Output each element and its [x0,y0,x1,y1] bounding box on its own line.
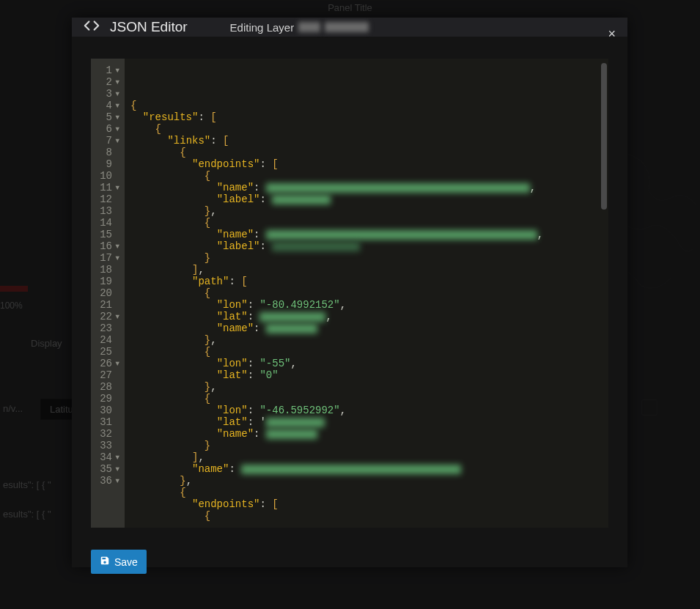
modal-subtitle-prefix: Editing Layer [230,21,295,34]
line-number: 5▾ [98,111,120,123]
close-button[interactable]: × [608,26,616,42]
redacted-value [272,195,331,204]
line-number: 34▾ [98,451,120,463]
line-number: 3▾ [98,88,120,100]
code-line[interactable]: "name": , [130,229,608,240]
line-number: 21 [98,299,120,311]
line-number: 30 [98,405,120,416]
scrollbar-thumb[interactable] [601,63,607,210]
line-number: 2▾ [98,76,120,88]
code-line[interactable]: { [130,487,608,498]
modal-title: JSON Editor [110,19,188,35]
code-line[interactable]: "lon": "-46.5952992", [130,405,608,416]
line-number: 20 [98,287,120,299]
line-number: 22▾ [98,311,120,322]
line-number: 33 [98,440,120,451]
line-number: 26▾ [98,358,120,369]
code-line[interactable]: "name": [130,322,608,334]
line-number: 4▾ [98,100,120,111]
code-line[interactable]: { [130,217,608,229]
code-icon [84,18,100,37]
line-number: 31 [98,416,120,428]
code-line[interactable]: { [130,287,608,299]
line-number: 10 [98,170,120,182]
line-number: 32 [98,428,120,440]
line-number: 29 [98,393,120,405]
code-editor[interactable]: 1▾2▾3▾4▾5▾6▾7▾891011▾1213141516▾17▾18192… [91,59,608,528]
line-number: 27 [98,369,120,381]
line-number: 23 [98,322,120,334]
code-line[interactable]: ], [130,264,608,276]
code-line[interactable]: } [130,252,608,264]
line-number: 8 [98,147,120,158]
code-line[interactable]: } [130,440,608,451]
code-line[interactable]: "lat": ' [130,416,608,428]
line-number: 11▾ [98,182,120,193]
redacted-value [266,230,537,240]
code-line[interactable]: { [130,123,608,135]
line-number: 25 [98,346,120,358]
line-number: 7▾ [98,135,120,147]
code-line[interactable]: { [130,170,608,182]
code-line[interactable]: "links": [ [130,135,608,147]
redacted-value [266,418,325,427]
redacted-value [266,324,317,333]
code-line[interactable]: "name": [130,463,608,475]
redacted-value [272,242,360,251]
code-line[interactable]: ], [130,451,608,463]
json-editor-modal: JSON Editor Editing Layer × 1▾2▾3▾4▾5▾6▾… [72,18,627,567]
modal-body: 1▾2▾3▾4▾5▾6▾7▾891011▾1213141516▾17▾18192… [72,37,627,538]
line-number: 16▾ [98,240,120,252]
line-number: 36▾ [98,475,120,487]
code-line[interactable]: "lat": , [130,311,608,322]
modal-footer: Save [72,538,627,593]
line-number: 15 [98,229,120,240]
code-line[interactable]: "name": , [130,182,608,193]
modal-header: JSON Editor Editing Layer × [72,18,627,37]
redacted-value [266,429,317,439]
line-number: 17▾ [98,252,120,264]
save-button-label: Save [114,556,138,568]
code-line[interactable]: { [130,147,608,158]
code-line[interactable]: "lat": "0" [130,369,608,381]
editor-gutter: 1▾2▾3▾4▾5▾6▾7▾891011▾1213141516▾17▾18192… [91,59,125,528]
save-icon [100,556,110,568]
redacted-value [259,312,325,322]
line-number: 18 [98,264,120,276]
line-number: 35▾ [98,463,120,475]
code-line[interactable]: { [130,510,608,522]
code-line[interactable]: "path": [ [130,276,608,287]
code-line[interactable]: "name": [130,428,608,440]
line-number: 19 [98,276,120,287]
editor-code[interactable]: { "results": [ { "links": [ { "endpoints… [125,59,608,528]
code-line[interactable]: "endpoints": [ [130,498,608,510]
line-number: 14 [98,217,120,229]
line-number: 9 [98,158,120,170]
line-number: 1▾ [98,64,120,76]
line-number: 6▾ [98,123,120,135]
code-line[interactable]: "lon": "-80.4992152", [130,299,608,311]
redacted-text [298,22,320,32]
code-line[interactable]: "label": [130,240,608,252]
line-number: 13 [98,205,120,217]
code-line[interactable]: "lon": "-55", [130,358,608,369]
redacted-value [241,465,461,474]
line-number: 28 [98,381,120,393]
line-number: 24 [98,334,120,346]
save-button[interactable]: Save [91,550,147,574]
code-line[interactable]: "results": [ [130,111,608,123]
code-line[interactable]: }, [130,205,608,217]
code-line[interactable]: }, [130,475,608,487]
code-line[interactable]: { [130,393,608,405]
redacted-value [266,183,530,193]
code-line[interactable]: { [130,100,608,111]
line-number: 12 [98,193,120,205]
code-line[interactable]: }, [130,334,608,346]
code-line[interactable]: "label": [130,193,608,205]
code-line[interactable]: "endpoints": [ [130,158,608,170]
code-line[interactable]: { [130,346,608,358]
code-line[interactable]: }, [130,381,608,393]
modal-subtitle: Editing Layer [230,21,369,34]
redacted-text [325,22,369,32]
